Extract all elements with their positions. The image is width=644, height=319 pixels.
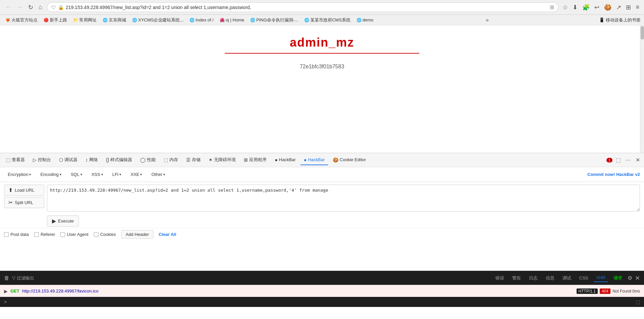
xxe-arrow-icon: ▾ [140, 173, 142, 176]
commit-now-link[interactable]: Commit now! HackBar v2 [587, 172, 640, 177]
console-tab-requests[interactable]: 请求 [611, 274, 625, 282]
console-tab-info[interactable]: 信息 [543, 274, 557, 282]
xxe-menu[interactable]: XXE ▾ [127, 170, 146, 179]
post-data-option[interactable]: Post data [4, 232, 29, 237]
download-icon[interactable]: ⬇ [571, 3, 579, 12]
application-icon: ⊞ [244, 157, 248, 163]
encoding-label: Encoding [40, 172, 58, 177]
xss-menu[interactable]: XSS ▾ [88, 170, 107, 179]
split-url-label: Split URL [15, 200, 33, 205]
mobile-bookmarks[interactable]: 📱 移动设备上的书签 [599, 17, 641, 23]
sql-menu[interactable]: SQL ▾ [67, 170, 86, 179]
bookmark-firefox[interactable]: 🦊 火狐官方站点 [3, 16, 40, 24]
tab-memory[interactable]: ⬚ 内存 [160, 155, 181, 166]
close-devtools-icon[interactable]: ✕ [634, 155, 641, 165]
user-agent-option[interactable]: User Agent [60, 232, 88, 237]
bookmark-oj[interactable]: 🌺 oj | Home [218, 17, 246, 23]
encoding-menu[interactable]: Encoding ▾ [37, 170, 65, 179]
other-menu[interactable]: Other ▾ [148, 170, 169, 179]
cookies-option[interactable]: Cookies [94, 232, 116, 237]
console-tab-css[interactable]: CSS [577, 274, 591, 282]
forward-button[interactable]: → [15, 2, 25, 12]
star-icon[interactable]: ☆ [561, 3, 569, 12]
refresh-button[interactable]: ↻ [26, 2, 35, 12]
tab-storage[interactable]: ☰ 存储 [183, 155, 204, 166]
tab-inspector[interactable]: ⬚ 查看器 [3, 155, 28, 166]
bookmark-cms[interactable]: 🌐 某某市政府CMS系统 [302, 16, 353, 24]
home-button[interactable]: ⌂ [37, 2, 44, 12]
referer-option[interactable]: Referer [34, 232, 55, 237]
cookies-checkbox[interactable] [94, 232, 99, 237]
tab-console[interactable]: ▷ 控制台 [30, 155, 54, 166]
back-arrow-icon[interactable]: ↩ [593, 3, 601, 12]
bookmark-common[interactable]: 📁 常用网址 [71, 16, 99, 24]
other-arrow-icon: ▾ [163, 173, 165, 176]
share-icon[interactable]: ↗ [615, 3, 623, 12]
trash-icon[interactable]: 🗑 [4, 275, 9, 281]
tab-performance[interactable]: ◯ 性能 [137, 155, 159, 166]
log-url[interactable]: http://219.153.49.228:49967/favicon.ico [22, 289, 99, 294]
lfi-label: LFI [112, 172, 119, 177]
bookmark-newbie[interactable]: 🔴 新手上路 [42, 16, 69, 24]
url-input[interactable]: http://219.153.49.228:49967/new_list.asp… [47, 185, 640, 211]
tab-cookie-editor[interactable]: 🍪 Cookie Editor [329, 155, 369, 165]
post-data-label: Post data [10, 232, 29, 237]
load-url-button[interactable]: ⬆ Load URL [4, 185, 44, 196]
console-tab-xhr[interactable]: XHR [594, 274, 608, 282]
ping-icon: 🌐 [250, 18, 255, 22]
console-tab-warning[interactable]: 警告 [509, 274, 524, 282]
split-url-button[interactable]: ✂ Split URL [4, 197, 44, 208]
console-tab-log[interactable]: 日志 [526, 274, 540, 282]
tab-style-editor[interactable]: {} 样式编辑器 [103, 155, 136, 166]
settings-icon[interactable]: ⚙ [628, 275, 632, 281]
bookmark-indexof[interactable]: 🌐 Index of / [187, 17, 215, 23]
jd-icon: 🌐 [103, 18, 108, 22]
resize-icon[interactable]: ⬚ [636, 299, 640, 305]
lfi-menu[interactable]: LFI ▾ [109, 170, 125, 179]
post-data-checkbox[interactable] [4, 232, 9, 237]
cookie-icon[interactable]: 🍪 [603, 3, 613, 12]
back-button[interactable]: ← [3, 2, 13, 12]
address-bar[interactable]: 🛡 🔒 219.153.49.228:49967/new_list.asp?id… [47, 2, 559, 12]
dock-icon[interactable]: ⬚ [614, 155, 622, 165]
bookmark-jd[interactable]: 🌐 京东商城 [101, 16, 128, 24]
bookmark-demo[interactable]: 🌐 demo [355, 17, 376, 23]
close-console-icon[interactable]: ✕ [635, 274, 640, 282]
bookmark-xycms[interactable]: 🌐 XYCMS企业建站系统... [130, 16, 185, 24]
hackbar-menubar: Encryption ▾ Encoding ▾ SQL ▾ XSS ▾ LFI … [0, 167, 644, 182]
more-options-icon[interactable]: ⋯ [624, 155, 632, 165]
puzzle-icon[interactable]: 🧩 [581, 3, 591, 12]
tab-debugger[interactable]: ⬡ 调试器 [56, 155, 81, 166]
hackbar-side-buttons: ⬆ Load URL ✂ Split URL [4, 185, 44, 208]
bookmark-ping[interactable]: 🌐 PING命令执行漏洞-... [248, 16, 300, 24]
tab-hackbar1[interactable]: ● HackBar [271, 155, 299, 165]
referer-checkbox[interactable] [34, 232, 39, 237]
tab-application[interactable]: ⊞ 应用程序 [240, 155, 270, 166]
encryption-menu[interactable]: Encryption ▾ [4, 170, 35, 179]
user-agent-checkbox[interactable] [60, 232, 65, 237]
page-main: admin_mz 72e1bfc3f01b7583 [0, 25, 644, 80]
clear-all-button[interactable]: Clear All [159, 232, 176, 237]
bookmarks-more[interactable]: » [486, 17, 489, 23]
oj-icon: 🌺 [220, 18, 225, 22]
hackbar-panel: Encryption ▾ Encoding ▾ SQL ▾ XSS ▾ LFI … [0, 167, 644, 271]
console-tab-debug[interactable]: 调试 [560, 274, 574, 282]
console-prompt-icon[interactable]: > [4, 299, 7, 305]
sql-label: SQL [71, 172, 79, 177]
extensions2-icon[interactable]: ⊞ [625, 3, 632, 12]
load-url-icon: ⬆ [8, 187, 13, 193]
network-icon: ↕ [86, 157, 88, 163]
bookmark-label: Index of / [196, 17, 213, 22]
menu-icon[interactable]: ≡ [634, 3, 641, 11]
tab-hackbar2[interactable]: ● HackBar [301, 155, 328, 165]
encryption-arrow-icon: ▾ [29, 173, 31, 176]
browser-chrome: ← → ↻ ⌂ 🛡 🔒 219.153.49.228:49967/new_lis… [0, 0, 644, 15]
devtools-right-actions: 1 ⬚ ⋯ ✕ [606, 155, 641, 165]
tab-network[interactable]: ↕ 网络 [82, 155, 101, 166]
filter-output[interactable]: ▽ 过滤输出 [12, 275, 34, 281]
console-tab-error[interactable]: 错误 [493, 274, 507, 282]
execute-button[interactable]: ▶ Execute [47, 215, 79, 227]
add-header-button[interactable]: Add Header [121, 230, 153, 239]
log-expand-icon[interactable]: ▶ [4, 289, 8, 294]
tab-accessibility[interactable]: ✶ 无障碍环境 [205, 155, 239, 166]
